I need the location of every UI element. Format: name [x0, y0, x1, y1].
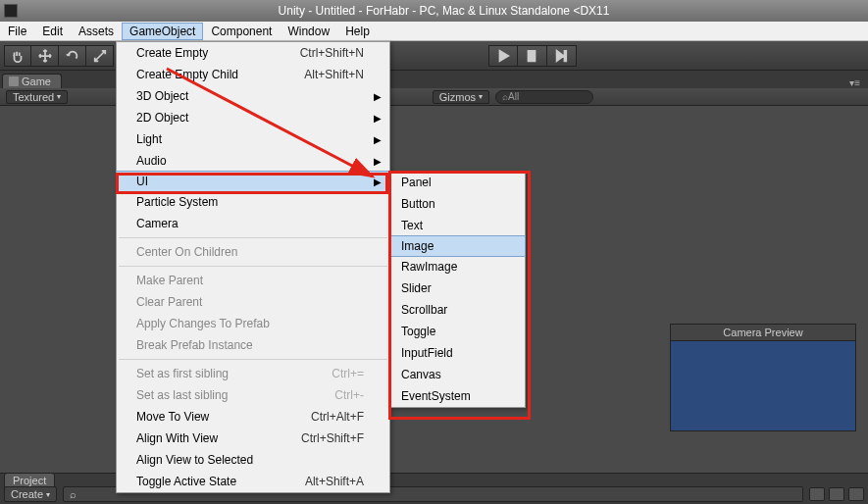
- menu-item: Center On Children: [117, 241, 389, 263]
- submenu-item[interactable]: Image: [388, 235, 526, 257]
- submenu-item[interactable]: Canvas: [389, 364, 525, 385]
- menu-item-label: Align View to Selected: [136, 453, 253, 467]
- textured-dropdown[interactable]: Textured ▾: [6, 90, 68, 104]
- menu-item-label: Toggle Active State: [136, 475, 236, 488]
- chevron-down-icon: ▾: [479, 92, 483, 101]
- play-button[interactable]: [488, 45, 518, 67]
- search-value: All: [508, 91, 519, 102]
- menu-item-shortcut: Ctrl+Shift+N: [300, 46, 364, 60]
- chevron-down-icon: ▾: [46, 490, 50, 499]
- pause-button[interactable]: [518, 45, 547, 67]
- save-icon[interactable]: [848, 487, 864, 501]
- menu-item-label: Create Empty Child: [136, 68, 238, 81]
- submenu-item[interactable]: Text: [389, 215, 525, 236]
- menu-item[interactable]: Create Empty ChildAlt+Shift+N: [117, 64, 389, 85]
- menu-item-label: Make Parent: [136, 274, 203, 287]
- project-tab-label: Project: [13, 475, 46, 486]
- menu-item: Set as last siblingCtrl+-: [117, 384, 389, 406]
- menu-item: Clear Parent: [117, 291, 389, 313]
- menu-gameobject[interactable]: GameObject: [122, 23, 203, 40]
- menu-item-label: Set as last sibling: [136, 388, 228, 402]
- textured-label: Textured: [13, 91, 54, 103]
- submenu-item[interactable]: EventSystem: [389, 385, 525, 407]
- menu-item-label: UI: [136, 175, 148, 188]
- menu-item-label: Move To View: [136, 410, 209, 424]
- menu-help[interactable]: Help: [337, 23, 378, 40]
- step-button[interactable]: [547, 45, 577, 67]
- camera-preview-title: Camera Preview: [671, 325, 855, 340]
- unity-logo-icon: [4, 4, 18, 18]
- menu-assets[interactable]: Assets: [71, 23, 122, 40]
- menu-item-label: 3D Object: [136, 89, 188, 103]
- menu-item[interactable]: 2D Object▶: [117, 107, 389, 128]
- menu-file[interactable]: File: [0, 23, 34, 40]
- menu-edit[interactable]: Edit: [34, 23, 71, 40]
- submenu-arrow-icon: ▶: [374, 91, 382, 102]
- menubar: File Edit Assets GameObject Component Wi…: [0, 22, 868, 41]
- menu-item-label: 2D Object: [136, 111, 188, 125]
- ui-submenu: PanelButtonTextImageRawImageSliderScroll…: [388, 171, 526, 408]
- move-tool-button[interactable]: [31, 45, 59, 67]
- menu-item-shortcut: Alt+Shift+A: [305, 475, 364, 488]
- filter-icon[interactable]: [809, 487, 825, 501]
- menu-item-label: Align With View: [136, 431, 218, 445]
- submenu-item[interactable]: Panel: [389, 172, 525, 193]
- menu-item: Break Prefab Instance: [117, 334, 389, 356]
- menu-item: Make Parent: [117, 270, 389, 291]
- menu-item-label: Apply Changes To Prefab: [136, 317, 270, 330]
- filter-icon[interactable]: [829, 487, 844, 501]
- title-bar: Unity - Untitled - ForHabr - PC, Mac & L…: [0, 0, 868, 22]
- menu-item[interactable]: Create EmptyCtrl+Shift+N: [117, 42, 389, 64]
- menu-item-label: Audio: [136, 154, 167, 168]
- menu-item-shortcut: Ctrl+Alt+F: [311, 410, 364, 424]
- tab-options-icon[interactable]: ▾≡: [849, 77, 860, 88]
- search-input[interactable]: ⌕ All: [495, 90, 593, 104]
- submenu-item[interactable]: InputField: [389, 342, 525, 364]
- submenu-arrow-icon: ▶: [374, 156, 382, 167]
- menu-item[interactable]: Particle System: [117, 191, 389, 213]
- menu-item-label: Create Empty: [136, 46, 208, 60]
- menu-item-label: Clear Parent: [136, 295, 202, 309]
- menu-item[interactable]: Audio▶: [117, 150, 389, 172]
- game-tab[interactable]: Game: [2, 74, 62, 88]
- menu-item[interactable]: Toggle Active StateAlt+Shift+A: [117, 471, 389, 492]
- submenu-arrow-icon: ▶: [374, 134, 382, 145]
- hand-tool-button[interactable]: [4, 45, 31, 67]
- menu-item: Set as first siblingCtrl+=: [117, 363, 389, 384]
- menu-item-label: Camera: [136, 217, 179, 230]
- create-dropdown[interactable]: Create ▾: [4, 486, 57, 502]
- submenu-item[interactable]: RawImage: [389, 256, 525, 277]
- create-label: Create: [11, 488, 43, 500]
- camera-preview-view: [671, 340, 855, 430]
- menu-item[interactable]: Align View to Selected: [117, 449, 389, 471]
- menu-item-label: Particle System: [136, 195, 218, 209]
- gizmos-label: Gizmos: [439, 91, 476, 103]
- submenu-item[interactable]: Scrollbar: [389, 299, 525, 321]
- menu-item-label: Break Prefab Instance: [136, 338, 253, 352]
- menu-item-label: Light: [136, 132, 162, 146]
- scale-tool-button[interactable]: [86, 45, 114, 67]
- menu-item[interactable]: Move To ViewCtrl+Alt+F: [117, 406, 389, 428]
- menu-item: Apply Changes To Prefab: [117, 313, 389, 334]
- gizmos-dropdown[interactable]: Gizmos ▾: [433, 90, 489, 104]
- menu-item-shortcut: Ctrl+-: [334, 388, 364, 402]
- rotate-tool-button[interactable]: [59, 45, 86, 67]
- menu-item-shortcut: Ctrl+=: [332, 367, 364, 380]
- menu-item[interactable]: 3D Object▶: [117, 85, 389, 107]
- chevron-down-icon: ▾: [57, 92, 61, 101]
- submenu-item[interactable]: Toggle: [389, 321, 525, 342]
- menu-item[interactable]: Align With ViewCtrl+Shift+F: [117, 428, 389, 449]
- menu-window[interactable]: Window: [280, 23, 337, 40]
- menu-item[interactable]: UI▶: [116, 171, 390, 192]
- menu-component[interactable]: Component: [203, 23, 280, 40]
- menu-item-label: Set as first sibling: [136, 367, 229, 380]
- menu-item-label: Center On Children: [136, 245, 237, 259]
- submenu-item[interactable]: Button: [389, 193, 525, 215]
- submenu-item[interactable]: Slider: [389, 277, 525, 299]
- game-tab-icon: [9, 76, 19, 86]
- menu-item[interactable]: Camera: [117, 213, 389, 234]
- menu-item[interactable]: Light▶: [117, 128, 389, 150]
- gameobject-menu: Create EmptyCtrl+Shift+NCreate Empty Chi…: [116, 41, 390, 493]
- menu-item-shortcut: Alt+Shift+N: [304, 68, 364, 81]
- window-title: Unity - Untitled - ForHabr - PC, Mac & L…: [24, 4, 864, 18]
